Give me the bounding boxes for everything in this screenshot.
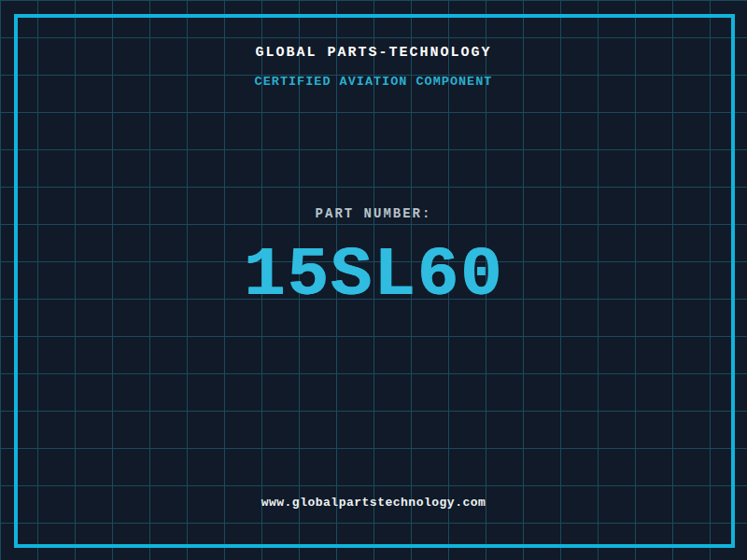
- part-number-label: PART NUMBER:: [0, 206, 747, 221]
- company-title: GLOBAL PARTS-TECHNOLOGY: [0, 45, 747, 61]
- part-number-value: 15SL60: [0, 241, 747, 310]
- blueprint-screen: GLOBAL PARTS-TECHNOLOGY CERTIFIED AVIATI…: [0, 0, 747, 560]
- website-url[interactable]: www.globalpartstechnology.com: [0, 496, 747, 510]
- certification-subtitle: CERTIFIED AVIATION COMPONENT: [0, 75, 747, 89]
